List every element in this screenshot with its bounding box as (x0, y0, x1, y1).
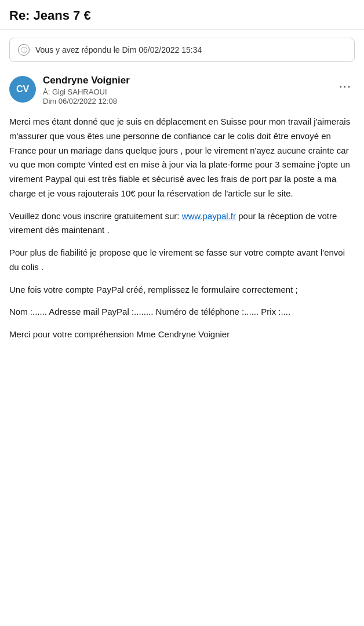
email-subject: Re: Jeans 7 € (0, 0, 364, 30)
reply-notice-banner: ⓘ Vous y avez répondu le Dim 06/02/2022 … (9, 38, 355, 62)
avatar: CV (9, 76, 36, 103)
page-container: Re: Jeans 7 € ⓘ Vous y avez répondu le D… (0, 0, 364, 626)
body-p2-before-link: Veuillez donc vous inscrire gratuitement… (9, 211, 182, 221)
body-signature: Merci pour votre compréhension Mme Cendr… (9, 327, 355, 342)
sender-info: Cendryne Voignier À: Gigi SAHRAOUI Dim 0… (43, 75, 329, 105)
reply-notice-text: Vous y avez répondu le Dim 06/02/2022 15… (35, 45, 202, 54)
body-paragraph-1: Merci mes étant donné que je suis en dép… (9, 115, 355, 201)
body-paragraph-4: Une fois votre compte PayPal créé, rempl… (9, 283, 355, 297)
sender-name: Cendryne Voignier (43, 75, 329, 86)
sender-to: À: Gigi SAHRAOUI (43, 88, 329, 96)
sender-date: Dim 06/02/2022 12:08 (43, 97, 329, 105)
paypal-link[interactable]: www.paypal.fr (182, 211, 236, 221)
body-form-fields: Nom :...... Adresse mail PayPal :.......… (9, 305, 355, 319)
info-icon: ⓘ (18, 44, 30, 56)
more-options-button[interactable]: ... (336, 75, 355, 92)
body-paragraph-2: Veuillez donc vous inscrire gratuitement… (9, 209, 355, 238)
email-content: Merci mes étant donné que je suis en dép… (9, 115, 355, 342)
sender-row: CV Cendryne Voignier À: Gigi SAHRAOUI Di… (9, 75, 355, 105)
body-paragraph-3: Pour plus de fiabilité je propose que le… (9, 246, 355, 275)
email-body-container: CV Cendryne Voignier À: Gigi SAHRAOUI Di… (0, 70, 364, 364)
